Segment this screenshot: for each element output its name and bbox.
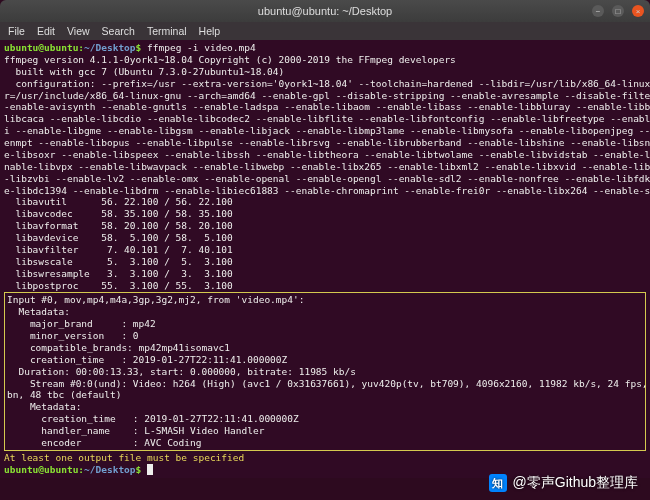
zhihu-logo-icon: 知 <box>489 474 507 492</box>
output-line: built with gcc 7 (Ubuntu 7.3.0-27ubuntu1… <box>4 66 646 78</box>
output-line: libavfilter 7. 40.101 / 7. 40.101 <box>4 244 646 256</box>
menu-file[interactable]: File <box>8 25 25 37</box>
terminal-output[interactable]: ubuntu@ubuntu:~/Desktop$ ffmpeg -i video… <box>0 40 650 478</box>
window-title: ubuntu@ubuntu: ~/Desktop <box>258 5 392 17</box>
output-line: creation_time : 2019-01-27T22:11:41.0000… <box>7 354 643 366</box>
output-line: enmpt --enable-libopus --enable-libpulse… <box>4 137 646 149</box>
output-line: bn, 48 tbc (default) <box>7 389 643 401</box>
output-line: ffmpeg version 4.1.1-0york1~18.04 Copyri… <box>4 54 646 66</box>
warning-line: At least one output file must be specifi… <box>4 452 646 464</box>
output-line: r=/usr/include/x86_64-linux-gnu --arch=a… <box>4 90 646 102</box>
output-line: minor_version : 0 <box>7 330 643 342</box>
watermark-text: @零声Github整理库 <box>513 474 638 492</box>
output-line: libcaca --enable-libcdio --enable-libcod… <box>4 113 646 125</box>
output-line: Metadata: <box>7 306 643 318</box>
output-line: configuration: --prefix=/usr --extra-ver… <box>4 78 646 90</box>
output-line: Stream #0:0(und): Video: h264 (High) (av… <box>7 378 643 390</box>
maximize-button[interactable]: □ <box>612 5 624 17</box>
output-line: Duration: 00:00:13.33, start: 0.000000, … <box>7 366 643 378</box>
menu-edit[interactable]: Edit <box>37 25 55 37</box>
output-line: -enable-avisynth --enable-gnutls --enabl… <box>4 101 646 113</box>
output-line: libavcodec 58. 35.100 / 58. 35.100 <box>4 208 646 220</box>
output-line: e-libsoxr --enable-libspeex --enable-lib… <box>4 149 646 161</box>
output-line: -libzvbi --enable-lv2 --enable-omx --ena… <box>4 173 646 185</box>
window-controls: − □ × <box>592 5 644 17</box>
output-line: i --enable-libgme --enable-libgsm --enab… <box>4 125 646 137</box>
output-line: nable-libvpx --enable-libwavpack --enabl… <box>4 161 646 173</box>
output-line: libpostproc 55. 3.100 / 55. 3.100 <box>4 280 646 292</box>
output-line: handler_name : L-SMASH Video Handler <box>7 425 643 437</box>
output-line: e-libdc1394 --enable-libdrm --enable-lib… <box>4 185 646 197</box>
cursor-icon <box>147 464 153 475</box>
watermark: 知 @零声Github整理库 <box>489 474 638 492</box>
prompt-user-host: ubuntu@ubuntu: <box>4 42 84 53</box>
output-line: libswscale 5. 3.100 / 5. 3.100 <box>4 256 646 268</box>
output-line: compatible_brands: mp42mp41isomavc1 <box>7 342 643 354</box>
output-line: Input #0, mov,mp4,m4a,3gp,3g2,mj2, from … <box>7 294 643 306</box>
output-line: major_brand : mp42 <box>7 318 643 330</box>
output-line: Metadata: <box>7 401 643 413</box>
highlighted-input-block: Input #0, mov,mp4,m4a,3gp,3g2,mj2, from … <box>4 292 646 450</box>
command-text: ffmpeg -i video.mp4 <box>147 42 256 53</box>
menu-help[interactable]: Help <box>199 25 221 37</box>
close-button[interactable]: × <box>632 5 644 17</box>
output-line: libswresample 3. 3.100 / 3. 3.100 <box>4 268 646 280</box>
minimize-button[interactable]: − <box>592 5 604 17</box>
menu-search[interactable]: Search <box>102 25 135 37</box>
output-line: libavformat 58. 20.100 / 58. 20.100 <box>4 220 646 232</box>
output-line: libavutil 56. 22.100 / 56. 22.100 <box>4 196 646 208</box>
menu-view[interactable]: View <box>67 25 90 37</box>
output-line: libavdevice 58. 5.100 / 58. 5.100 <box>4 232 646 244</box>
prompt-path: ~/Desktop <box>84 42 135 53</box>
menu-terminal[interactable]: Terminal <box>147 25 187 37</box>
prompt-line: ubuntu@ubuntu:~/Desktop$ ffmpeg -i video… <box>4 42 646 54</box>
menubar: File Edit View Search Terminal Help <box>0 22 650 40</box>
output-line: encoder : AVC Coding <box>7 437 643 449</box>
window-titlebar: ubuntu@ubuntu: ~/Desktop − □ × <box>0 0 650 22</box>
output-line: creation_time : 2019-01-27T22:11:41.0000… <box>7 413 643 425</box>
